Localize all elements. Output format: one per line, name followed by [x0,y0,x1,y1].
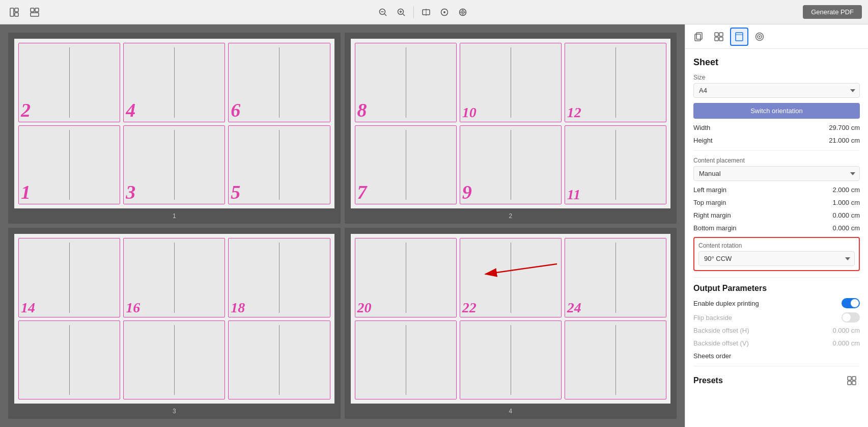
layout-icon-1[interactable] [6,4,22,20]
svg-rect-3 [31,8,34,12]
mini-page: 7 [355,125,457,205]
page-inner-4: 202224 [351,234,671,404]
tab-sheet[interactable] [730,28,748,46]
mini-page: 8 [355,43,457,122]
svg-rect-5 [31,13,39,16]
width-row: Width 29.700 cm [693,124,860,131]
right-margin-value: 0.000 cm [833,211,860,219]
duplex-row: Enable duplex printing [693,298,860,308]
mini-page: 24 [565,238,666,317]
mini-page: 4 [123,43,225,122]
left-margin-value: 2.000 cm [833,186,860,194]
svg-rect-0 [10,8,14,16]
page-inner-3: 141618 [14,234,334,404]
fit-all-button[interactable] [455,4,471,20]
page-number: 5 [231,182,240,202]
mini-page: 12 [565,43,666,122]
duplex-toggle[interactable] [842,298,860,308]
top-margin-value: 1.000 cm [833,199,860,206]
canvas-wrapper: 2461351810127911214161832022244 [0,24,685,427]
width-label: Width [693,124,710,131]
svg-rect-28 [719,37,723,41]
page-card-4: 2022244 [345,228,677,419]
page-number: 1 [21,182,31,202]
svg-rect-2 [15,13,18,16]
backside-h-row: Backside offset (H) 0.000 cm [693,327,860,334]
presets-icon-button[interactable] [844,372,860,389]
mini-page [123,321,225,400]
svg-rect-1 [15,8,18,12]
svg-rect-25 [715,33,718,36]
page-number: 16 [126,301,140,315]
mini-page: 2 [18,43,120,122]
backside-v-label: Backside offset (V) [693,339,749,347]
mini-page [355,321,457,400]
size-select[interactable]: A4 A3 Letter [693,83,860,98]
content-placement-select[interactable]: Manual Auto [693,166,860,181]
mini-page: 9 [460,125,562,205]
svg-rect-24 [696,33,702,39]
left-margin-row: Left margin 2.000 cm [693,186,860,194]
sheet-section: Sheet Size A4 A3 Letter Switch orientati… [693,57,860,271]
height-value: 21.000 cm [829,137,860,144]
page-number: 20 [357,301,372,315]
page-number: 6 [231,100,240,120]
presets-title: Presets [693,376,723,385]
sheets-order-row: Sheets order [693,352,860,360]
right-panel: Sheet Size A4 A3 Letter Switch orientati… [685,24,868,427]
page-card-2: 8101279112 [345,33,677,224]
width-value: 29.700 cm [829,124,860,131]
mini-page [460,321,562,400]
page-inner-1: 246135 [14,39,334,208]
canvas-grid: 2461351810127911214161832022244 [0,24,685,427]
right-margin-label: Right margin [693,211,731,219]
content-rotation-label: Content rotation [698,242,855,249]
bottom-margin-label: Bottom margin [693,224,737,232]
page-number: 8 [357,100,367,120]
content-placement-label: Content placement [693,157,860,164]
presets-section: Presets [693,372,860,389]
mini-page: 16 [123,238,225,317]
backside-v-value: 0.000 cm [833,339,860,347]
page-label: 4 [509,406,512,419]
height-row: Height 21.000 cm [693,137,860,144]
page-number: 14 [21,301,35,315]
content-rotation-select[interactable]: 90° CCW 0° 90° CW 180° [698,251,855,266]
tab-copies[interactable] [689,28,708,46]
mini-page: 22 [460,238,562,317]
right-margin-row: Right margin 0.000 cm [693,211,860,219]
generate-pdf-button[interactable]: Generate PDF [803,5,862,19]
switch-orientation-button[interactable]: Switch orientation [693,103,860,119]
tab-target[interactable] [750,28,769,46]
mini-page [18,321,120,400]
svg-rect-37 [852,381,856,385]
page-number: 18 [231,301,245,315]
svg-line-8 [385,14,387,16]
page-number: 4 [126,100,135,120]
sheet-title: Sheet [693,57,860,68]
tab-layout[interactable] [710,28,728,46]
mini-page: 14 [18,238,120,317]
mini-page: 11 [565,125,666,205]
zoom-in-button[interactable] [393,4,409,20]
toolbar-divider [413,6,414,18]
main-area: 2461351810127911214161832022244 [0,24,868,427]
svg-point-16 [443,11,445,13]
flip-label: Flip backside [693,314,732,322]
mini-page: 20 [355,238,457,317]
backside-v-row: Backside offset (V) 0.000 cm [693,339,860,347]
backside-h-label: Backside offset (H) [693,327,749,334]
bottom-margin-row: Bottom margin 0.000 cm [693,224,860,232]
duplex-label: Enable duplex printing [693,300,759,307]
svg-rect-26 [719,33,723,36]
toolbar-right: Generate PDF [803,5,862,19]
page-number: 10 [462,105,477,120]
fit-page-button[interactable] [418,4,434,20]
page-number: 11 [567,188,580,202]
panel-content: Sheet Size A4 A3 Letter Switch orientati… [685,49,868,427]
zoom-out-button[interactable] [375,4,391,20]
svg-rect-23 [695,34,701,41]
flip-toggle[interactable] [842,312,860,323]
layout-icon-2[interactable] [26,4,43,20]
zoom-reset-button[interactable] [436,4,453,20]
